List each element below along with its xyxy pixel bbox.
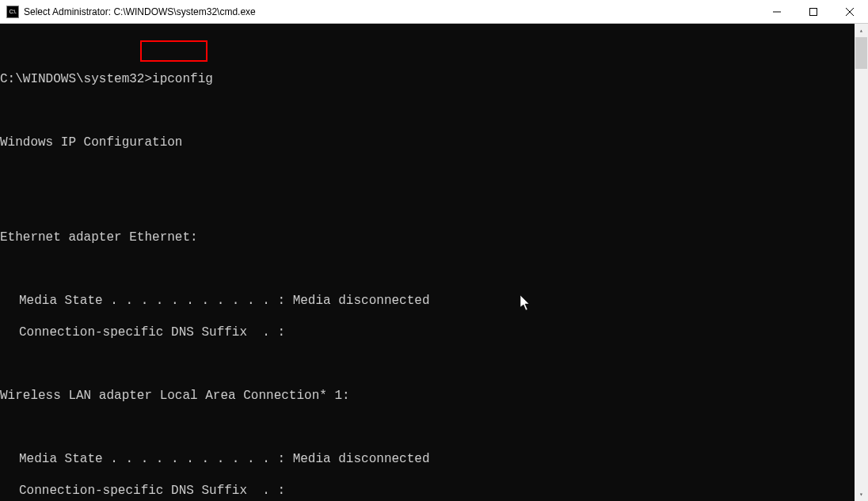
scroll-down-arrow-icon[interactable]: ▾ bbox=[855, 488, 868, 501]
maximize-button[interactable] bbox=[795, 0, 832, 23]
adapter-name: Wireless LAN adapter Local Area Connecti… bbox=[0, 388, 855, 404]
minimize-button[interactable] bbox=[759, 0, 795, 23]
output-header: Windows IP Configuration bbox=[0, 135, 855, 150]
vertical-scrollbar[interactable]: ▴ ▾ bbox=[855, 24, 868, 501]
command-text: ipconfig bbox=[152, 72, 213, 86]
svg-rect-1 bbox=[810, 8, 817, 15]
cmd-icon: C:\. bbox=[6, 6, 19, 18]
scrollbar-thumb[interactable] bbox=[855, 37, 867, 69]
adapter-row: Connection-specific DNS Suffix . : bbox=[0, 483, 855, 499]
window-title: Select Administrator: C:\WINDOWS\system3… bbox=[24, 6, 759, 17]
scroll-up-arrow-icon[interactable]: ▴ bbox=[855, 24, 868, 37]
adapter-row: Connection-specific DNS Suffix . : bbox=[0, 325, 855, 340]
adapter-row: Media State . . . . . . . . . . . : Medi… bbox=[0, 293, 855, 309]
terminal-area: C:\WINDOWS\system32>ipconfig Windows IP … bbox=[0, 24, 868, 501]
window-controls bbox=[759, 0, 868, 23]
adapter-name: Ethernet adapter Ethernet: bbox=[0, 230, 855, 245]
close-button[interactable] bbox=[832, 0, 868, 23]
terminal-output[interactable]: C:\WINDOWS\system32>ipconfig Windows IP … bbox=[0, 24, 855, 501]
adapter-row: Media State . . . . . . . . . . . : Medi… bbox=[0, 451, 855, 467]
window-titlebar: C:\. Select Administrator: C:\WINDOWS\sy… bbox=[0, 0, 868, 24]
prompt-path: C:\WINDOWS\system32> bbox=[0, 72, 152, 86]
